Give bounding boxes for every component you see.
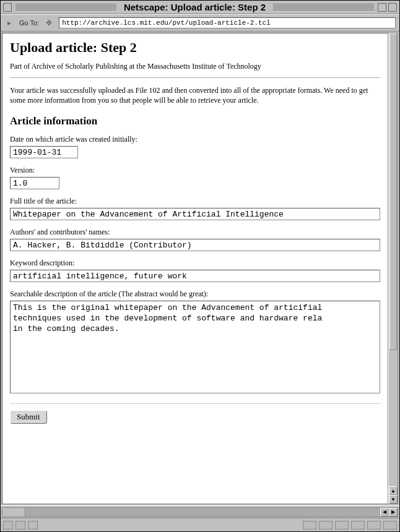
statusbar bbox=[1, 518, 399, 531]
submit-button[interactable]: Submit bbox=[10, 410, 47, 424]
divider bbox=[10, 77, 380, 78]
section-heading: Article information bbox=[10, 115, 380, 127]
scroll-down-arrow-icon[interactable]: ▼ bbox=[389, 495, 398, 504]
resize-handle-icon[interactable] bbox=[383, 521, 397, 530]
window-title: Netscape: Upload article: Step 2 bbox=[120, 2, 269, 12]
status-indicator-icon bbox=[351, 521, 365, 530]
component-bar-icon[interactable] bbox=[15, 521, 25, 530]
horizontal-scrollbar-track[interactable] bbox=[2, 508, 380, 517]
authors-input[interactable] bbox=[10, 239, 380, 251]
horizontal-scrollbar-area: ◀ ▶ bbox=[1, 505, 399, 518]
security-icon[interactable] bbox=[3, 521, 13, 530]
location-toolbar: ▸ Go To: ✥ bbox=[1, 14, 399, 32]
title-input[interactable] bbox=[10, 208, 380, 220]
date-label: Date on which article was created initia… bbox=[10, 135, 380, 144]
location-drag-icon[interactable]: ✥ bbox=[44, 18, 54, 28]
version-input[interactable] bbox=[10, 177, 59, 189]
version-label: Version: bbox=[10, 166, 380, 175]
scroll-left-arrow-icon[interactable]: ◀ bbox=[380, 508, 389, 517]
status-indicator-icon bbox=[319, 521, 333, 530]
page-subtitle: Part of Archive of Scholarly Publishing … bbox=[10, 62, 380, 71]
keywords-label: Keyword description: bbox=[10, 259, 380, 268]
keywords-field-group: Keyword description: bbox=[10, 259, 380, 282]
titlebar-texture bbox=[273, 4, 374, 11]
scroll-right-arrow-icon[interactable]: ▶ bbox=[389, 508, 398, 517]
titlebar-texture bbox=[15, 4, 116, 11]
date-field-group: Date on which article was created initia… bbox=[10, 135, 380, 158]
vertical-scrollbar-track[interactable] bbox=[389, 33, 398, 486]
description-field-group: Searchable description of the article (T… bbox=[10, 290, 380, 396]
horizontal-scrollbar[interactable]: ◀ ▶ bbox=[2, 507, 398, 517]
intro-text: Your article was successfully uploaded a… bbox=[10, 85, 380, 105]
page-title: Upload article: Step 2 bbox=[10, 40, 380, 56]
description-label: Searchable description of the article (T… bbox=[10, 290, 380, 299]
status-indicator-icon bbox=[367, 521, 381, 530]
window-menu-button[interactable] bbox=[3, 3, 12, 12]
url-input[interactable] bbox=[59, 17, 396, 28]
title-field-group: Full title of the article: bbox=[10, 197, 380, 220]
authors-label: Authors' and contributors' names: bbox=[10, 228, 380, 237]
vertical-scrollbar[interactable]: ▲ ▼ bbox=[388, 33, 398, 504]
vertical-scrollbar-thumb[interactable] bbox=[389, 33, 397, 350]
date-input[interactable] bbox=[10, 146, 78, 158]
content-area: Upload article: Step 2 Part of Archive o… bbox=[1, 32, 399, 505]
window-zoom-button[interactable] bbox=[388, 3, 397, 12]
browser-window: Netscape: Upload article: Step 2 ▸ Go To… bbox=[0, 0, 400, 532]
description-textarea[interactable] bbox=[10, 301, 380, 393]
bookmarks-icon[interactable]: ▸ bbox=[4, 18, 14, 28]
title-label: Full title of the article: bbox=[10, 197, 380, 206]
horizontal-scrollbar-thumb[interactable] bbox=[2, 508, 25, 517]
status-indicator-icon bbox=[335, 521, 349, 530]
scroll-up-arrow-icon[interactable]: ▲ bbox=[389, 486, 398, 495]
status-indicator-icon bbox=[303, 521, 316, 530]
titlebar: Netscape: Upload article: Step 2 bbox=[1, 1, 399, 14]
goto-label: Go To: bbox=[19, 19, 39, 27]
keywords-input[interactable] bbox=[10, 270, 380, 282]
authors-field-group: Authors' and contributors' names: bbox=[10, 228, 380, 251]
version-field-group: Version: bbox=[10, 166, 380, 189]
window-collapse-button[interactable] bbox=[378, 3, 386, 12]
component-bar-icon[interactable] bbox=[28, 521, 38, 530]
submit-area: Submit bbox=[10, 403, 380, 424]
page-content: Upload article: Step 2 Part of Archive o… bbox=[2, 33, 388, 504]
